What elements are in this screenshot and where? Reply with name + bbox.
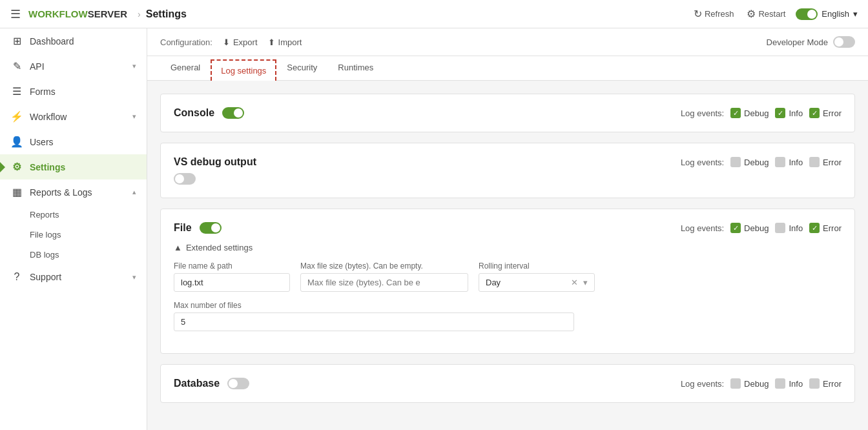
sidebar-item-dashboard[interactable]: ⊞ Dashboard [0,28,147,54]
workflow-icon: ⚡ [10,110,23,123]
vs-debug-error-checkbox[interactable]: Error [809,157,842,167]
sidebar-item-workflow[interactable]: ⚡ Workflow ▾ [0,104,147,129]
sidebar-sub-reports[interactable]: Reports [0,205,147,225]
sidebar-sub-db-logs[interactable]: DB logs [0,245,147,265]
vs-debug-inner: VS debug output Log events: Debug Info E… [174,156,842,185]
file-form-row-1: File name & path Max file size (bytes). … [174,261,842,292]
developer-mode-toggle[interactable] [833,36,855,48]
max-file-size-input[interactable] [300,273,468,292]
sidebar-item-reports[interactable]: ▦ Reports & Logs ▴ [0,179,147,205]
file-log-events: Log events: Debug Info Error [681,223,842,233]
vs-debug-log-events-label: Log events: [681,158,724,167]
import-button[interactable]: ⬆ Import [268,37,302,47]
refresh-label: Refresh [705,9,734,19]
console-error-checkbox[interactable]: Error [809,108,842,118]
refresh-button[interactable]: ↻ Refresh [694,8,734,20]
workflow-chevron: ▾ [132,112,136,121]
tab-runtimes[interactable]: Runtimes [327,56,384,80]
import-icon: ⬆ [268,37,275,47]
api-chevron: ▾ [132,62,136,70]
file-name-group: File name & path [174,261,290,292]
sidebar-item-api[interactable]: ✎ API ▾ [0,54,147,79]
console-toggle[interactable] [222,107,244,119]
database-header: Database Log events: Debug Info Error [174,378,842,389]
sidebar-item-users[interactable]: 👤 Users [0,129,147,154]
console-info-checkbox[interactable]: Info [775,108,803,118]
rolling-interval-select[interactable]: Day ✕ ▾ [479,273,595,292]
sidebar-sub-db-logs-label: DB logs [30,250,59,260]
sidebar-sub-file-logs[interactable]: File logs [0,225,147,245]
vs-debug-info-checkbox[interactable]: Info [775,157,803,167]
vs-debug-info-check-icon [775,157,785,167]
file-form-row-2: Max number of files [174,301,842,331]
database-toggle[interactable] [227,378,249,389]
sidebar-sub-reports-label: Reports [30,210,59,220]
sidebar-item-forms[interactable]: ☰ Forms [0,79,147,104]
rolling-interval-label: Rolling interval [479,261,595,271]
database-title: Database [174,378,220,389]
database-error-checkbox[interactable]: Error [809,378,842,389]
file-error-check-icon [809,223,820,233]
sidebar: ⊞ Dashboard ✎ API ▾ ☰ Forms ⚡ Workflow ▾… [0,28,147,430]
console-debug-checkbox[interactable]: Debug [730,108,769,118]
restart-button[interactable]: ⚙ Restart [747,8,785,20]
tab-security[interactable]: Security [276,56,327,80]
database-error-check-icon [809,378,820,389]
language-selector[interactable]: English ▾ [796,8,858,20]
tab-log-settings[interactable]: Log settings [211,59,276,81]
file-error-checkbox[interactable]: Error [809,223,842,233]
page-title: Settings [146,8,187,20]
vs-debug-log-events: Log events: Debug Info Error [681,157,842,167]
rolling-clear-icon[interactable]: ✕ [571,278,578,287]
config-header: Configuration: ⬇ Export ⬆ Import Develop… [147,28,868,56]
file-section: File Log events: Debug Info Error ▲ Exte… [160,209,855,354]
extended-settings-toggle[interactable]: ▲ Extended settings [174,243,842,252]
logo-server: SERVER [88,8,127,19]
language-toggle[interactable] [796,8,818,20]
sidebar-sub-file-logs-label: File logs [30,230,61,240]
file-debug-check-icon [730,223,741,233]
developer-mode-label: Developer Mode [767,37,828,47]
console-error-check-icon [809,108,820,118]
sidebar-item-settings[interactable]: ⚙ Settings [0,154,147,179]
console-log-events-label: Log events: [681,108,724,118]
rolling-interval-value: Day [486,278,501,287]
console-debug-check-icon [730,108,741,118]
database-debug-checkbox[interactable]: Debug [730,378,769,389]
config-label: Configuration: [160,37,212,47]
file-toggle[interactable] [200,222,222,234]
sidebar-label-api: API [30,61,132,72]
menu-icon[interactable]: ☰ [10,7,21,21]
max-file-size-group: Max file size (bytes). Can be empty. [300,261,468,292]
collapse-icon: ▲ [174,243,182,252]
tab-general[interactable]: General [160,56,211,80]
export-button[interactable]: ⬇ Export [223,37,258,47]
reports-chevron: ▴ [132,188,136,196]
max-files-label: Max number of files [174,301,574,310]
max-files-input[interactable] [174,312,574,331]
tabs-bar: General Log settings Security Runtimes [147,56,868,81]
vs-debug-toggle[interactable] [174,173,196,185]
database-debug-check-icon [730,378,741,389]
logo-workflow: WORKFLOW [28,8,88,19]
restart-label: Restart [758,9,785,19]
file-debug-checkbox[interactable]: Debug [730,223,769,233]
sidebar-item-support[interactable]: ? Support ▾ [0,265,147,289]
dashboard-icon: ⊞ [10,35,23,47]
database-section: Database Log events: Debug Info Error [160,364,855,403]
max-file-size-label: Max file size (bytes). Can be empty. [300,261,468,271]
main-content: Configuration: ⬇ Export ⬆ Import Develop… [147,28,868,430]
console-section: Console Log events: Debug Info Error [160,94,855,132]
settings-content: Console Log events: Debug Info Error VS … [147,81,868,426]
logo: WORKFLOW SERVER [28,8,127,19]
database-info-checkbox[interactable]: Info [775,378,803,389]
vs-debug-error-check-icon [809,157,820,167]
topbar: ☰ WORKFLOW SERVER › Settings ↻ Refresh ⚙… [0,0,868,28]
export-label: Export [233,37,258,47]
export-icon: ⬇ [223,37,230,47]
file-info-checkbox[interactable]: Info [775,223,803,233]
restart-icon: ⚙ [747,8,756,20]
vs-debug-debug-checkbox[interactable]: Debug [730,157,769,167]
database-info-check-icon [775,378,785,389]
file-name-input[interactable] [174,273,290,292]
